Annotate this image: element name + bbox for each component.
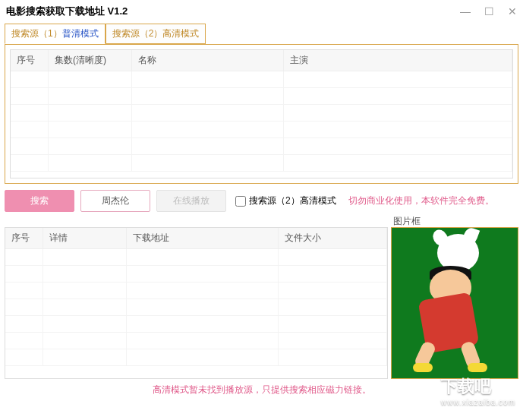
results-panel: 序号 集数(清晰度) 名称 主演 xyxy=(5,44,518,184)
results-grid-header: 序号 集数(清晰度) 名称 主演 xyxy=(11,50,512,71)
col2-size[interactable]: 文件大小 xyxy=(279,228,387,248)
maximize-icon[interactable]: ☐ xyxy=(484,5,494,17)
tab1-mode: 普清模式 xyxy=(62,28,99,39)
watermark-url: www.xiazaiba.com xyxy=(441,398,515,406)
picture-frame xyxy=(391,227,518,379)
keyword-button[interactable]: 周杰伦 xyxy=(80,190,150,212)
window-controls: — ☐ ✕ xyxy=(460,5,517,17)
results-grid-body[interactable] xyxy=(11,71,512,172)
download-grid-header: 序号 详情 下载地址 文件大小 xyxy=(5,228,387,249)
tab1-prefix: 搜索源（1） xyxy=(11,28,62,39)
col2-url[interactable]: 下载地址 xyxy=(127,228,279,248)
minimize-icon[interactable]: — xyxy=(460,5,471,17)
col-name[interactable]: 名称 xyxy=(132,50,284,71)
hd-mode-checkbox-input[interactable] xyxy=(235,196,246,207)
cartoon-shoe-icon xyxy=(468,363,487,372)
footer-note: 高清模式暂未找到播放源，只提供搜索相应磁力链接。 xyxy=(0,384,523,396)
col-episodes[interactable]: 集数(清晰度) xyxy=(49,50,132,71)
hd-mode-checkbox[interactable]: 搜索源（2）高清模式 xyxy=(235,194,336,207)
tab-bar: 搜索源（1）普清模式 搜索源（2）高清模式 xyxy=(5,23,518,44)
play-online-button: 在线播放 xyxy=(156,190,226,212)
col2-index[interactable]: 序号 xyxy=(5,228,43,248)
picframe-label: 图片框 xyxy=(393,215,421,228)
hd-mode-checkbox-label: 搜索源（2）高清模式 xyxy=(249,194,336,207)
download-grid-body[interactable] xyxy=(5,249,387,366)
col-cast[interactable]: 主演 xyxy=(284,50,512,71)
control-row: 搜索 周杰伦 在线播放 搜索源（2）高清模式 切勿商业化使用，本软件完全免费。 xyxy=(5,190,518,212)
results-grid[interactable]: 序号 集数(清晰度) 名称 主演 xyxy=(10,49,513,178)
col2-detail[interactable]: 详情 xyxy=(43,228,127,248)
tab-source-2[interactable]: 搜索源（2）高清模式 xyxy=(106,24,206,44)
disclaimer-text: 切勿商业化使用，本软件完全免费。 xyxy=(348,194,494,207)
close-icon[interactable]: ✕ xyxy=(508,5,517,17)
tab2-mode: 高清模式 xyxy=(162,28,199,39)
window-title: 电影搜索获取下载地址 V1.2 xyxy=(6,5,460,18)
col-index[interactable]: 序号 xyxy=(11,50,49,71)
tab2-prefix: 搜索源（2） xyxy=(112,28,163,39)
download-grid[interactable]: 序号 详情 下载地址 文件大小 xyxy=(5,227,388,379)
search-button[interactable]: 搜索 xyxy=(5,190,74,212)
titlebar: 电影搜索获取下载地址 V1.2 — ☐ ✕ xyxy=(0,0,523,23)
cartoon-shoe-icon xyxy=(413,363,433,372)
tab-source-1[interactable]: 搜索源（1）普清模式 xyxy=(5,24,106,44)
lower-area: 序号 详情 下载地址 文件大小 xyxy=(5,227,518,379)
